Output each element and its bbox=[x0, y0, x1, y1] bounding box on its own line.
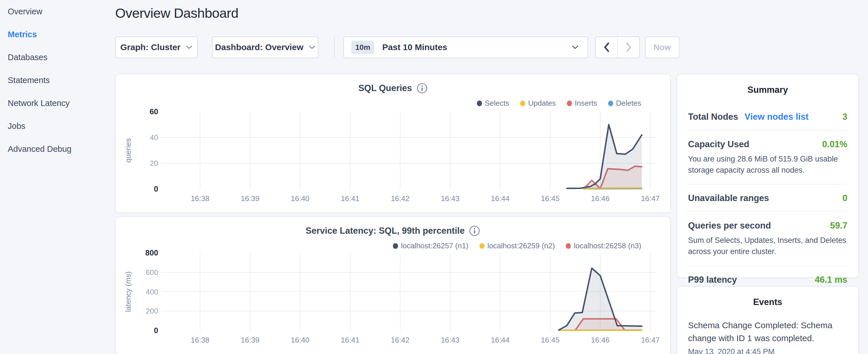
chevron-right-icon bbox=[626, 42, 632, 53]
chevron-left-icon bbox=[603, 42, 610, 53]
events-panel: Events Schema Change Completed: Schema c… bbox=[677, 286, 859, 354]
chart-title: SQL Queries bbox=[116, 83, 670, 94]
dashboard-dropdown-label: Dashboard: Overview bbox=[215, 42, 303, 52]
stat-value: 59.7 bbox=[830, 221, 847, 231]
svg-text:200: 200 bbox=[146, 307, 158, 315]
stat-value: 0 bbox=[842, 193, 847, 203]
svg-text:0: 0 bbox=[154, 185, 158, 193]
svg-text:16:41: 16:41 bbox=[341, 336, 359, 344]
events-title: Events bbox=[677, 297, 858, 307]
chevron-down-icon bbox=[186, 45, 192, 50]
svg-text:16:38: 16:38 bbox=[191, 194, 210, 203]
chevron-down-icon bbox=[309, 45, 315, 50]
summary-panel: Summary Total NodesView nodes list3Capac… bbox=[677, 74, 859, 278]
svg-text:16:42: 16:42 bbox=[391, 336, 409, 344]
svg-text:16:43: 16:43 bbox=[441, 194, 459, 203]
svg-text:16:40: 16:40 bbox=[291, 194, 309, 203]
summary-stats: Total NodesView nodes list3Capacity Used… bbox=[688, 105, 847, 293]
prev-time-button[interactable] bbox=[596, 37, 617, 58]
summary-stat: Unavailable ranges0 bbox=[688, 184, 847, 212]
graph-dropdown-label: Graph: Cluster bbox=[120, 42, 181, 52]
db-console-page: OverviewMetricsDatabasesStatementsNetwor… bbox=[0, 0, 868, 354]
svg-text:16:46: 16:46 bbox=[591, 336, 610, 344]
svg-text:800: 800 bbox=[145, 249, 158, 257]
sidebar-item-overview[interactable]: Overview bbox=[8, 0, 105, 23]
svg-text:16:45: 16:45 bbox=[541, 336, 560, 344]
time-range-dropdown[interactable]: 10m Past 10 Minutes bbox=[343, 36, 588, 58]
sidebar-item-advanced-debug[interactable]: Advanced Debug bbox=[8, 137, 105, 160]
summary-stat: Capacity Used0.01%You are using 28.6 MiB… bbox=[688, 130, 847, 184]
svg-text:latency (ms): latency (ms) bbox=[124, 271, 132, 312]
svg-text:queries: queries bbox=[124, 138, 132, 162]
svg-text:16:45: 16:45 bbox=[541, 194, 560, 203]
view-nodes-link[interactable]: View nodes list bbox=[744, 112, 808, 122]
summary-title: Summary bbox=[677, 85, 858, 95]
stat-label: Queries per second bbox=[688, 221, 771, 231]
svg-text:16:39: 16:39 bbox=[241, 336, 259, 344]
legend-dot bbox=[477, 100, 482, 106]
stat-label: Capacity Used bbox=[688, 139, 749, 150]
event-text: Schema Change Completed: Schema change w… bbox=[688, 319, 847, 345]
page-title: Overview Dashboard bbox=[115, 5, 239, 21]
sidebar-item-statements[interactable]: Statements bbox=[8, 69, 105, 92]
stat-description: You are using 28.6 MiB of 515.9 GiB usab… bbox=[688, 154, 847, 176]
svg-text:60: 60 bbox=[150, 107, 158, 116]
svg-text:20: 20 bbox=[150, 159, 158, 167]
chevron-down-icon bbox=[571, 45, 579, 50]
svg-text:400: 400 bbox=[146, 288, 158, 296]
stat-label: Total Nodes bbox=[688, 112, 738, 122]
sidebar-item-metrics[interactable]: Metrics bbox=[8, 23, 105, 46]
service-latency-card: Service Latency: SQL, 99th percentile lo… bbox=[115, 216, 671, 354]
chart-title: Service Latency: SQL, 99th percentile bbox=[116, 225, 670, 236]
controls-divider bbox=[334, 36, 335, 58]
chart-title-text: Service Latency: SQL, 99th percentile bbox=[306, 226, 465, 236]
info-icon[interactable] bbox=[417, 83, 428, 94]
svg-text:16:41: 16:41 bbox=[341, 194, 359, 203]
sidebar-item-network-latency[interactable]: Network Latency bbox=[8, 92, 105, 115]
legend-dot bbox=[520, 100, 525, 106]
graph-dropdown[interactable]: Graph: Cluster bbox=[115, 36, 198, 58]
stat-label: Unavailable ranges bbox=[688, 193, 769, 203]
summary-stat: Queries per second59.7Sum of Selects, Up… bbox=[688, 212, 847, 265]
sidebar-nav: OverviewMetricsDatabasesStatementsNetwor… bbox=[8, 0, 105, 160]
svg-text:40: 40 bbox=[150, 133, 158, 142]
event-item: Schema Change Completed: Schema change w… bbox=[677, 319, 858, 354]
legend-dot bbox=[608, 100, 613, 106]
event-timestamp: May 13, 2020 at 4:45 PM bbox=[688, 347, 847, 354]
stat-value: 46.1 ms bbox=[815, 275, 847, 285]
sql-queries-chart[interactable]: 16:3816:3916:4016:4116:4216:4316:4416:45… bbox=[121, 106, 665, 204]
dashboard-dropdown[interactable]: Dashboard: Overview bbox=[212, 36, 318, 58]
svg-text:600: 600 bbox=[146, 268, 158, 277]
events-list: Schema Change Completed: Schema change w… bbox=[677, 319, 858, 354]
svg-text:16:46: 16:46 bbox=[591, 194, 610, 203]
svg-text:16:44: 16:44 bbox=[491, 336, 509, 344]
legend-dot bbox=[567, 100, 572, 106]
sql-queries-card: SQL Queries SelectsUpdatesInsertsDeletes… bbox=[115, 74, 671, 213]
stat-description: Sum of Selects, Updates, Inserts, and De… bbox=[688, 235, 847, 257]
stat-value: 0.01% bbox=[822, 139, 847, 150]
sidebar-item-databases[interactable]: Databases bbox=[8, 46, 105, 69]
stat-value: 3 bbox=[842, 112, 847, 122]
now-button[interactable]: Now bbox=[645, 36, 679, 58]
sidebar-item-jobs[interactable]: Jobs bbox=[8, 115, 105, 137]
summary-stat: Total NodesView nodes list3 bbox=[688, 105, 847, 130]
svg-text:16:47: 16:47 bbox=[641, 336, 660, 344]
next-time-button[interactable] bbox=[617, 37, 639, 58]
time-step-buttons bbox=[595, 36, 640, 58]
svg-text:16:47: 16:47 bbox=[641, 194, 660, 203]
svg-text:16:42: 16:42 bbox=[391, 194, 409, 203]
latency-chart[interactable]: 16:3816:3916:4016:4116:4216:4316:4416:45… bbox=[121, 247, 665, 344]
svg-text:16:38: 16:38 bbox=[191, 336, 210, 344]
info-icon[interactable] bbox=[469, 225, 480, 236]
stat-label: P99 latency bbox=[688, 275, 737, 285]
svg-text:16:43: 16:43 bbox=[441, 336, 459, 344]
svg-text:16:40: 16:40 bbox=[291, 336, 309, 344]
chart-title-text: SQL Queries bbox=[358, 83, 412, 93]
svg-text:16:44: 16:44 bbox=[491, 194, 509, 203]
svg-text:0: 0 bbox=[154, 326, 158, 335]
time-range-label: Past 10 Minutes bbox=[382, 42, 447, 52]
time-range-badge: 10m bbox=[351, 41, 374, 54]
svg-text:16:39: 16:39 bbox=[241, 194, 259, 203]
